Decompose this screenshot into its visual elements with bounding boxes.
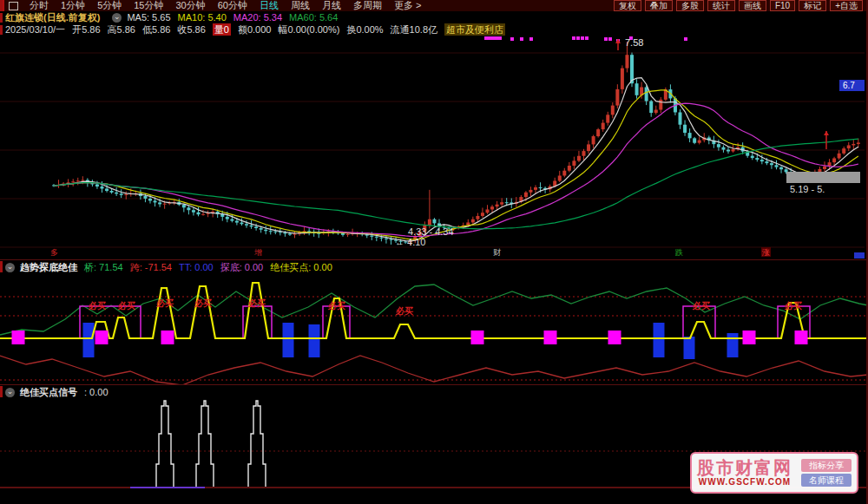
ma-values: MA5: 5.65MA10: 5.40MA20: 5.34MA60: 5.64 xyxy=(127,11,345,23)
svg-text:4.33 - 4.34: 4.33 - 4.34 xyxy=(408,226,454,237)
ohlc-row: 2025/03/10/一开5.86高5.86低5.86收5.86量0额0.000… xyxy=(0,23,868,36)
period-tab-7[interactable]: 日线 xyxy=(253,0,285,10)
svg-text:财: 财 xyxy=(493,248,501,257)
watermark-box: 股市财富网 WWW.GSCFW.COM 指标分享 名师课程 xyxy=(690,452,858,494)
svg-text:5.19 - 5.: 5.19 - 5. xyxy=(790,184,825,194)
main-candlestick-chart[interactable]: 7.586.75.19 - 5.4.33 - 4.34← 4.10多增财跌涨 xyxy=(0,36,868,259)
stock-title: 红旗连锁(日线.前复权) xyxy=(5,11,100,23)
window-edge-mark xyxy=(0,386,3,397)
period-tab-9[interactable]: 月线 xyxy=(316,0,347,10)
indicator1-chart[interactable]: 必买必买必买必买必买必买必买必买必买 xyxy=(0,274,868,384)
period-tab-4[interactable]: 15分钟 xyxy=(128,0,169,10)
ohlc-field-7: 额0.000 xyxy=(238,23,272,36)
ohlc-field-3: 高5.86 xyxy=(108,23,135,36)
indicator1-title[interactable]: 趋势探底绝佳 xyxy=(20,260,77,275)
ohlc-field-2: 开5.86 xyxy=(72,23,100,36)
indicator1-value-2: 跨: -71.54 xyxy=(130,262,172,272)
ohlc-field-1: 2025/03/10/一 xyxy=(5,23,65,36)
toolbar-button-1[interactable]: 复权 xyxy=(614,0,641,11)
indicator1-header: ⌄ 趋势探底绝佳 桥: 71.54跨: -71.54TT: 0.00探底: 0.… xyxy=(0,259,868,275)
period-tab-5[interactable]: 30分钟 xyxy=(170,0,212,10)
buy-signal-label: 必买 xyxy=(784,301,802,311)
indicator1-value-1: 桥: 71.54 xyxy=(84,262,123,272)
ohlc-field-4: 低5.86 xyxy=(142,23,170,36)
chevron-down-icon[interactable]: ⌄ xyxy=(5,388,15,397)
chevron-down-icon[interactable]: ⌄ xyxy=(5,263,15,272)
period-tab-11[interactable]: 更多 > xyxy=(388,0,427,10)
period-toolbar: 分时1分钟5分钟15分钟30分钟60分钟日线周线月线多周期更多 > 复权叠加多股… xyxy=(0,0,868,12)
ohlc-field-5: 收5.86 xyxy=(177,23,205,36)
indicator2-header: ⌄ 绝佳买点信号 : 0.00 xyxy=(0,384,868,400)
ma-value-3: MA20: 5.34 xyxy=(233,12,282,23)
trading-app-window: 分时1分钟5分钟15分钟30分钟60分钟日线周线月线多周期更多 > 复权叠加多股… xyxy=(0,0,868,504)
svg-text:← 4.10: ← 4.10 xyxy=(395,237,425,247)
indicator1-value-3: TT: 0.00 xyxy=(179,262,214,272)
watermark-url: WWW.GSCFW.COM xyxy=(699,477,791,488)
buy-signal-label: 必买 xyxy=(247,298,266,308)
window-edge-mark xyxy=(0,13,3,23)
buy-signal-label: 必买 xyxy=(88,301,106,311)
svg-text:涨: 涨 xyxy=(761,248,770,257)
indicator1-values: 桥: 71.54跨: -71.54TT: 0.00探底: 0.00绝佳买点: 0… xyxy=(84,260,339,275)
period-tab-2[interactable]: 1分钟 xyxy=(55,0,91,10)
toolbar-button-5[interactable]: 画线 xyxy=(739,0,766,11)
buy-signal-label: 必买 xyxy=(395,306,413,316)
svg-text:增: 增 xyxy=(253,248,262,257)
period-tab-6[interactable]: 60分钟 xyxy=(212,0,253,10)
window-edge-mark xyxy=(0,0,3,11)
window-edge-mark xyxy=(0,25,3,35)
buy-signal-label: 必买 xyxy=(194,298,212,308)
buy-signal-label: 必买 xyxy=(155,298,174,308)
window-edge-mark xyxy=(0,261,3,272)
buy-signal-label: 必买 xyxy=(692,301,710,311)
ohlc-field-8: 幅0.00(0.00%) xyxy=(278,23,339,36)
toolbar-button-3[interactable]: 多股 xyxy=(676,0,704,11)
svg-text:多: 多 xyxy=(50,248,58,257)
toolbar-button-2[interactable]: 叠加 xyxy=(645,0,673,11)
period-tab-8[interactable]: 周线 xyxy=(285,0,316,10)
ohlc-field-11: 超市及便利店 xyxy=(444,23,505,36)
ma-value-1: MA5: 5.65 xyxy=(127,12,170,23)
period-tab-1[interactable]: 分时 xyxy=(23,0,55,10)
ohlc-field-6: 量0 xyxy=(213,23,231,36)
ma-value-4: MA60: 5.64 xyxy=(289,12,338,23)
indicator1-value-5: 绝佳买点: 0.00 xyxy=(270,262,332,272)
watermark-title: 股市财富网 xyxy=(697,458,792,477)
indicator1-value-4: 探底: 0.00 xyxy=(220,262,264,272)
period-tab-3[interactable]: 5分钟 xyxy=(91,0,128,10)
window-icon[interactable] xyxy=(9,2,18,10)
svg-text:6.7: 6.7 xyxy=(843,81,855,90)
toolbar-button-4[interactable]: 统计 xyxy=(707,0,735,11)
indicator2-value: : 0.00 xyxy=(84,385,108,400)
toolbar-button-7[interactable]: 标记 xyxy=(799,0,826,11)
ohlc-field-10: 流通10.8亿 xyxy=(391,23,437,36)
watermark-brand: 股市财富网 WWW.GSCFW.COM xyxy=(697,458,792,488)
watermark-badges: 指标分享 名师课程 xyxy=(801,457,852,488)
period-tabs: 分时1分钟5分钟15分钟30分钟60分钟日线周线月线多周期更多 > xyxy=(23,0,427,11)
svg-text:7.58: 7.58 xyxy=(625,37,643,48)
toolbar-button-6[interactable]: F10 xyxy=(770,0,795,11)
chevron-down-icon[interactable]: ⌄ xyxy=(112,13,122,23)
indicator2-title[interactable]: 绝佳买点信号 xyxy=(20,385,77,400)
period-tab-10[interactable]: 多周期 xyxy=(347,0,388,10)
stock-info-row: 红旗连锁(日线.前复权) ⌄ MA5: 5.65MA10: 5.40MA20: … xyxy=(0,11,868,23)
buy-signal-label: 必买 xyxy=(327,301,345,311)
watermark-badge-share: 指标分享 xyxy=(801,459,852,472)
svg-text:跌: 跌 xyxy=(675,248,683,257)
toolbar-button-8[interactable]: +自选 xyxy=(830,0,863,11)
ma-value-2: MA10: 5.40 xyxy=(178,12,227,23)
buy-signal-label: 必买 xyxy=(117,301,135,311)
toolbar-buttons: 复权叠加多股统计画线F10标记+自选 xyxy=(612,0,868,11)
ohlc-field-9: 换0.00% xyxy=(346,23,383,36)
watermark-badge-course: 名师课程 xyxy=(801,474,852,487)
